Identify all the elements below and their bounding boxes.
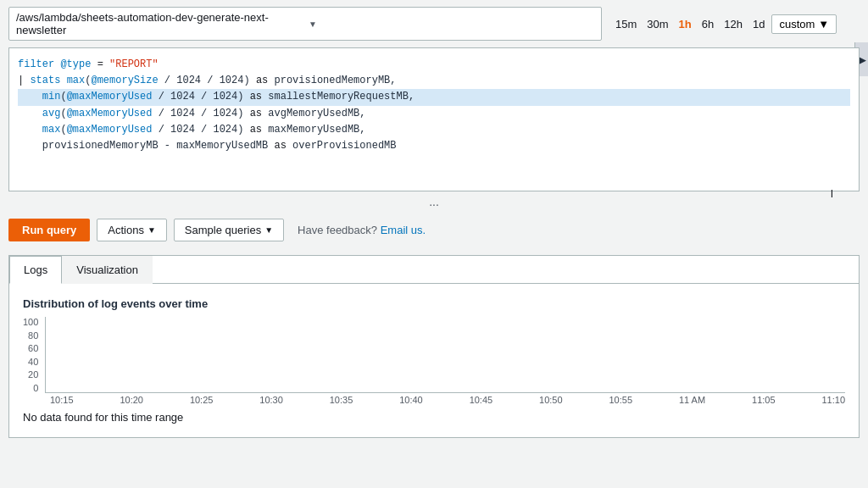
log-group-selector[interactable]: /aws/lambda/sheets-automation-dev-genera… xyxy=(8,7,602,41)
chart-plot xyxy=(45,317,845,393)
tabs-container: Logs Visualization Distribution of log e… xyxy=(8,255,860,438)
query-editor[interactable]: filter @type = "REPORT" | stats max(@mem… xyxy=(8,47,860,191)
log-group-value: /aws/lambda/sheets-automation-dev-genera… xyxy=(16,11,302,36)
tab-visualization[interactable]: Visualization xyxy=(62,256,153,284)
query-line-3: min(@maxMemoryUsed / 1024 / 1024) as sma… xyxy=(18,89,850,105)
x-axis: 10:15 10:20 10:25 10:30 10:35 10:40 10:4… xyxy=(50,393,845,407)
time-controls: 15m 30m 1h 6h 12h 1d custom ▼ xyxy=(612,14,837,34)
query-line-6: provisionedMemoryMB - maxMemoryUsedMB as… xyxy=(18,138,850,154)
no-data-message: No data found for this time range xyxy=(23,411,845,424)
log-group-chevron-icon: ▼ xyxy=(309,19,594,29)
dots-divider: ... xyxy=(8,191,860,212)
sample-queries-button[interactable]: Sample queries ▼ xyxy=(174,219,284,241)
query-line-2: | stats max(@memorySize / 1024 / 1024) a… xyxy=(18,73,850,89)
tabs-header: Logs Visualization xyxy=(9,256,859,284)
time-1h-button[interactable]: 1h xyxy=(676,16,695,32)
time-30m-button[interactable]: 30m xyxy=(643,16,671,32)
time-custom-button[interactable]: custom ▼ xyxy=(771,14,837,34)
cursor-indicator: I xyxy=(831,188,833,200)
query-line-1: filter @type = "REPORT" xyxy=(18,57,850,73)
time-15m-button[interactable]: 15m xyxy=(612,16,640,32)
actions-button[interactable]: Actions ▼ xyxy=(97,219,167,241)
query-line-4: avg(@maxMemoryUsed / 1024 / 1024) as avg… xyxy=(18,106,850,122)
action-bar: Run query Actions ▼ Sample queries ▼ Hav… xyxy=(0,212,868,248)
time-6h-button[interactable]: 6h xyxy=(698,16,717,32)
custom-chevron-icon: ▼ xyxy=(818,18,829,30)
y-axis: 100 80 60 40 20 0 xyxy=(23,317,38,393)
sample-queries-chevron-icon: ▼ xyxy=(264,225,273,235)
tab-logs-content: Distribution of log events over time 100… xyxy=(9,284,859,437)
tab-logs[interactable]: Logs xyxy=(9,256,62,284)
run-query-button[interactable]: Run query xyxy=(8,219,90,241)
time-1d-button[interactable]: 1d xyxy=(749,16,768,32)
chart-area: Distribution of log events over time 100… xyxy=(23,297,845,408)
top-bar: /aws/lambda/sheets-automation-dev-genera… xyxy=(0,0,868,47)
feedback-text: Have feedback? Email us. xyxy=(298,224,426,236)
time-12h-button[interactable]: 12h xyxy=(721,16,746,32)
actions-chevron-icon: ▼ xyxy=(147,225,156,235)
query-line-5: max(@maxMemoryUsed / 1024 / 1024) as max… xyxy=(18,122,850,138)
email-link[interactable]: Email us. xyxy=(381,224,426,236)
chart-title: Distribution of log events over time xyxy=(23,297,845,310)
